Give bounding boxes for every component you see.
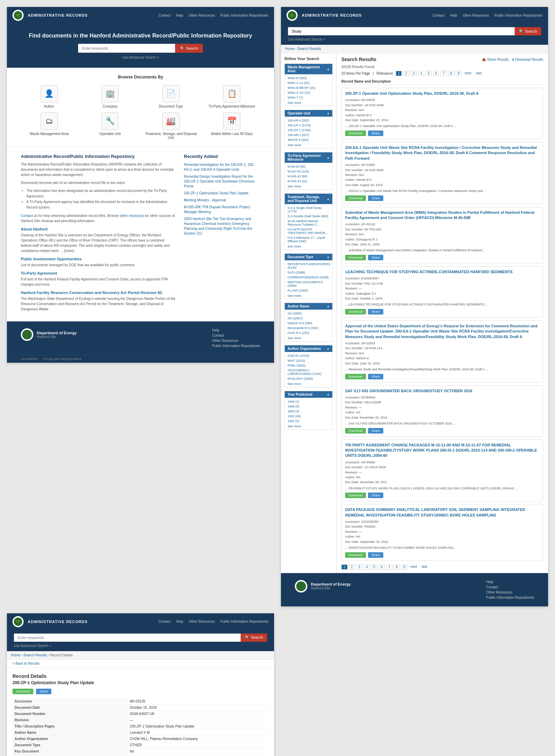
filter-authororg-item-3[interactable]: TESTAMERICA LABORATORIES (1101) (288, 368, 330, 376)
browse-item-doctype[interactable]: 📄 Document Type (143, 85, 199, 108)
browse-item-tsd[interactable]: 🏭 Treatment, Storage, and Disposal Unit (143, 112, 199, 140)
result-title-7[interactable]: DATA PACKAGE SUMMARY ANALYTICAL LABORATO… (345, 507, 539, 518)
bottom-page-4[interactable]: 4 (364, 564, 370, 570)
hero-search-button[interactable]: 🔍 Search (175, 44, 203, 53)
ou-see-more[interactable]: See more (288, 143, 330, 147)
filter-year-item-3[interactable]: 1952 (40) (288, 414, 330, 419)
page-3[interactable]: 3 (411, 71, 417, 76)
result-download-5[interactable]: Download (345, 428, 366, 434)
filter-doctype-item-4[interactable]: PLANS (1560) (288, 288, 330, 293)
filter-year-item-2[interactable]: 1960 (3) (288, 409, 330, 414)
bottom-page-2[interactable]: 2 (349, 564, 355, 570)
filter-doctype-item-2[interactable]: CORRESPONDENCE (4158) (288, 275, 330, 280)
filter-ou-header[interactable]: Operable Unit ▲ (285, 110, 332, 117)
page-4[interactable]: 4 (418, 71, 424, 76)
nav-contact[interactable]: Contact (159, 14, 170, 17)
right-nav-other[interactable]: Other Resources (463, 14, 489, 17)
filter-tpa-item-2[interactable]: M-045-42 (80) (288, 174, 330, 179)
record-advanced-link[interactable]: Use Advanced Search + (14, 644, 267, 648)
filter-year-header[interactable]: Year Published ▲ (285, 391, 332, 398)
breadcrumb-home[interactable]: Home (285, 47, 294, 51)
filter-ou-item-1[interactable]: 200-UP-1 (1374) (288, 123, 330, 128)
filter-authororg-item-0[interactable]: DOE-RL (4703) (288, 353, 330, 358)
page-2[interactable]: 2 (403, 71, 409, 76)
filter-authororg-item-1[interactable]: WHC (2010) (288, 358, 330, 363)
recent-link-2[interactable]: Remedial Design Investigation Report for… (184, 174, 260, 189)
contact-link[interactable]: Contact us (21, 214, 37, 218)
filter-treatment-item-3[interactable]: H-6 WTP WASTE TREATMENT AND IMMOB... (288, 227, 330, 235)
filter-tpa-header[interactable]: Tri-Party Agreement Milestone ▲ (285, 152, 332, 163)
bottom-page-3[interactable]: 3 (356, 564, 362, 570)
browse-item-author[interactable]: 👤 Author (21, 85, 78, 108)
page-next[interactable]: next (463, 71, 473, 76)
filter-waste-header[interactable]: Waste Management Area ▲ (285, 64, 332, 74)
bottom-page-6[interactable]: 6 (379, 564, 385, 570)
nav-other[interactable]: Other Resources (189, 14, 215, 17)
results-advanced-link[interactable]: Use Advanced Search + (288, 37, 541, 41)
right-nav-help[interactable]: Help (450, 14, 457, 17)
filter-authorname-header[interactable]: Author Name ▲ (285, 303, 332, 310)
result-share-5[interactable]: Share (368, 428, 383, 434)
right-footer-link-help[interactable]: Help (486, 580, 534, 584)
filter-waste-item-4[interactable]: WWA-T (7) (288, 95, 330, 100)
bottom-page-last[interactable]: last (420, 564, 429, 570)
result-download-2[interactable]: Download (345, 255, 366, 260)
right-nav-pir[interactable]: Public Information Repositories (495, 14, 543, 17)
filter-authorname-item-0[interactable]: NA (2683) (288, 311, 330, 316)
result-download-6[interactable]: Download (345, 493, 366, 498)
filter-tpa-item-3[interactable]: M-045-43 (31) (288, 179, 330, 184)
hero-search-input[interactable] (78, 44, 175, 53)
footer-privacy[interactable]: Privacy and Security Notice (43, 357, 82, 361)
filter-year-item-1[interactable]: 1948 (5) (288, 404, 330, 409)
bottom-page-next[interactable]: next (409, 564, 419, 570)
record-download-button[interactable]: Download (12, 689, 33, 694)
nav-pir[interactable]: Public Information Repositories (221, 14, 268, 17)
right-nav-contact[interactable]: Contact (433, 14, 444, 17)
recent-link-1[interactable]: Remedial Investigation for the 100-KR-1,… (184, 162, 260, 172)
result-title-4[interactable]: Approval of the United States Department… (345, 324, 539, 339)
filter-doctype-item-0[interactable]: REPORTS/STUDIES/PAPERS (5145) (288, 262, 330, 270)
footer-link-help[interactable]: Help (212, 328, 260, 332)
authorname-see-more[interactable]: See more (288, 336, 330, 340)
result-download-0[interactable]: Download (345, 131, 366, 136)
results-search-button[interactable]: 🔍 Search (515, 27, 541, 35)
record-breadcrumb-home[interactable]: Home (11, 653, 20, 657)
filter-authororg-header[interactable]: Author Organization ▲ (285, 345, 332, 352)
footer-link-other[interactable]: Other Resources (212, 339, 260, 343)
record-search-button[interactable]: 🔍 Search (241, 633, 267, 642)
bottom-page-7[interactable]: 7 (386, 564, 392, 570)
browse-item-company[interactable]: 🏢 Company (82, 85, 139, 108)
result-share-4[interactable]: Share (368, 374, 383, 379)
recent-link-4[interactable]: Meeting Minutes - Approval (184, 198, 260, 203)
filter-authorname-item-3[interactable]: McLenands M S (302) (288, 326, 330, 330)
footer-accessibility[interactable]: Accessibility (21, 357, 38, 361)
result-download-4[interactable]: Download (345, 374, 366, 379)
result-download-3[interactable]: Download (345, 309, 366, 314)
results-search-input[interactable]: Study (288, 27, 515, 35)
result-share-0[interactable]: Share (368, 131, 383, 136)
result-download-1[interactable]: Download (345, 195, 366, 201)
record-search-input[interactable] (14, 633, 241, 642)
share-results-link[interactable]: 📤 Share Results (482, 58, 509, 61)
page-8[interactable]: 8 (448, 71, 454, 76)
filter-authororg-item-4[interactable]: ECOLOGY (1600) (288, 376, 330, 381)
hero-advanced-link[interactable]: Use Advanced Search + (21, 56, 260, 59)
filter-doctype-item-1[interactable]: DATA (2688) (288, 270, 330, 275)
browse-item-waste[interactable]: 🗂 Waste Management Area (21, 112, 78, 140)
recent-link-6[interactable]: 2003 Hanford Site Tier Two Emergency and… (184, 217, 260, 236)
filter-authorname-item-4[interactable]: Finch R S (291) (288, 330, 330, 335)
result-title-2[interactable]: Submittal of Waste Management Area (WMA)… (345, 210, 539, 221)
filter-tpa-item-0[interactable]: M-90-00 (85) (288, 164, 330, 169)
nav-help[interactable]: Help (176, 14, 183, 17)
page-6[interactable]: 6 (433, 71, 439, 76)
filter-authororg-item-2[interactable]: PNNL (2001) (288, 363, 330, 368)
record-nav-contact[interactable]: Contact (159, 620, 170, 623)
year-see-more[interactable]: See more (288, 425, 330, 428)
filter-doctype-header[interactable]: Document Type ▲ (285, 254, 332, 260)
result-title-3[interactable]: LEACHING TECHNIQUE FOR STUDYING ACTINIDE… (345, 269, 539, 275)
filter-waste-item-3[interactable]: WWA-S SX (12) (288, 90, 330, 95)
browse-item-tpa[interactable]: 📋 Tri-Party Agreement Milestone (204, 85, 261, 108)
waste-see-more[interactable]: See more (288, 101, 330, 104)
record-nav-pir[interactable]: Public Information Repositories (221, 620, 268, 623)
filter-ou-item-0[interactable]: 100-KR-4 (282) (288, 118, 330, 123)
